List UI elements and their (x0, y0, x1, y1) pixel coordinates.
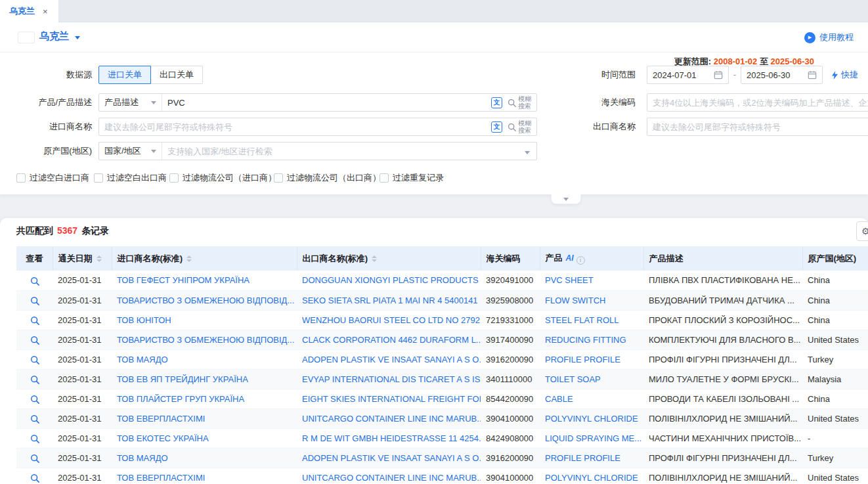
origin-input[interactable] (162, 143, 525, 160)
hs-code-cell: 3920491000 (481, 271, 540, 290)
sort-icon[interactable] (97, 255, 102, 262)
match-count-line: 共匹配到 5367 条记录 (16, 225, 109, 237)
exporter-name-link[interactable]: ADOPEN PLASTIK VE INSAAT SANAYI A S O... (297, 448, 481, 468)
view-record-button[interactable] (16, 330, 53, 349)
product-link[interactable]: PROFILE PROFILE (540, 349, 643, 369)
product-link[interactable]: POLYVINYL CHLORIDE (540, 468, 643, 484)
filter-logistics-importer-checkbox[interactable]: 过滤物流公司（进口商） (169, 172, 276, 184)
filter-blank-importer-checkbox[interactable]: 过滤空白进口商 (16, 172, 89, 184)
product-link[interactable]: POLYVINYL CHLORIDE (540, 408, 643, 428)
fuzzy-search-toggle[interactable]: 模糊搜索 (508, 95, 531, 110)
view-record-button[interactable] (16, 349, 53, 369)
product-link[interactable]: CABLE (540, 389, 643, 408)
checkbox-icon (169, 173, 179, 183)
product-type-select[interactable]: 产品描述 (99, 94, 162, 111)
sort-icon[interactable] (186, 255, 192, 262)
view-record-button[interactable] (16, 389, 53, 408)
view-record-button[interactable] (16, 271, 53, 290)
importer-name-link[interactable]: ТОВ ПЛАЙСТЕР ГРУП УКРАЇНА (112, 389, 297, 408)
exporter-name-link[interactable]: EIGHT SKIES INTERNATIONAL FREIGHT FOR... (297, 389, 481, 408)
export-declarations-button[interactable]: 出口关单 (151, 66, 203, 84)
product-link[interactable]: PROFILE PROFILE (540, 448, 643, 468)
match-prefix: 共匹配到 (16, 225, 53, 237)
exporter-name-link[interactable]: EVYAP INTERNATIONAL DIS TICARET A S IS..… (297, 369, 481, 389)
product-link[interactable]: TOILET SOAP (540, 369, 643, 389)
importer-name-link[interactable]: ТОВАРИСТВО З ОБМЕЖЕНОЮ ВІДПОВІД... (112, 330, 297, 349)
hscode-input[interactable] (647, 93, 868, 112)
exporter-name-link[interactable]: WENZHOU BAORUI STEEL CO LTD NO 2792... (297, 310, 481, 330)
importer-input-icons: 文 模糊搜索 (491, 120, 536, 134)
exporter-name-link[interactable]: SEKO SIETA SRL PIATA 1 MAI NR 4 5400141 … (297, 290, 481, 310)
importer-name-link[interactable]: ТОВ ЮНІТОН (112, 310, 297, 330)
product-description-cell: ВБУДОВАНИЙ ТРИМАЧ ДАТЧИКА ... (643, 290, 802, 310)
importer-name-link[interactable]: ТОВ ГЕФЕСТ УНІПРОМ УКРАЇНА (112, 271, 297, 290)
exporter-name-link[interactable]: ADOPEN PLASTIK VE INSAAT SANAYI A S O... (297, 349, 481, 369)
importer-name-link[interactable]: ТОВАРИСТВО З ОБМЕЖЕНОЮ ВІДПОВІД... (112, 290, 297, 310)
import-declarations-button[interactable]: 进口关单 (98, 66, 151, 84)
chevron-down-icon[interactable] (525, 145, 530, 157)
importer-name-link[interactable]: ТОВ ЕВЕРПЛАСТХІМІ (112, 408, 297, 428)
quick-select-button[interactable]: 快捷 (831, 66, 858, 84)
origin-type-select[interactable]: 国家/地区 (99, 143, 162, 160)
view-record-button[interactable] (16, 448, 53, 468)
view-record-button[interactable] (16, 408, 53, 428)
table-row: 2025-01-31ТОВ ЕКОТЕС УКРАЇНАR M DE WIT G… (16, 428, 868, 448)
column-clearance-date[interactable]: 通关日期 (53, 246, 112, 271)
update-range-label: 更新范围: (674, 56, 711, 66)
quick-select-label: 快捷 (841, 66, 858, 84)
magnifier-icon (30, 336, 39, 345)
exporter-name-link[interactable]: UNITCARGO CONTAINER LINE INC MARUB... (297, 408, 481, 428)
date-start-value: 2024-07-01 (653, 70, 697, 80)
collapse-filters-button[interactable] (551, 194, 581, 204)
match-count: 5367 (57, 225, 77, 237)
hs-code-cell: 3925908000 (481, 290, 540, 310)
importer-name-link[interactable]: ТОВ ЕВ ЯП ТРЕЙДИНГ УКРАЇНА (112, 369, 297, 389)
origin-type-value: 国家/地区 (104, 145, 141, 157)
chevron-down-icon[interactable] (75, 36, 80, 39)
tab-close-icon[interactable]: × (43, 7, 48, 16)
importer-input[interactable] (99, 118, 491, 135)
exporter-input[interactable] (647, 118, 868, 136)
exporter-name-link[interactable]: CLACK CORPORATION 4462 DURAFORM L... (297, 330, 481, 349)
magnifier-icon (30, 395, 39, 404)
product-link[interactable]: LIQUID SPRAYING ME... (540, 428, 643, 448)
date-start-input[interactable]: 2024-07-01 (647, 66, 729, 84)
product-description-cell: ЧАСТИНИ МЕХАНІЧНИХ ПРИСТОЇВ... (643, 428, 802, 448)
date-end-input[interactable]: 2025-06-30 (741, 66, 823, 84)
tab-ukraine[interactable]: 乌克兰 × (0, 0, 59, 22)
tutorial-link[interactable]: ▶ 使用教程 (804, 32, 854, 43)
exporter-name-link[interactable]: UNITCARGO CONTAINER LINE INC MARUB... (297, 468, 481, 484)
translate-icon[interactable]: 文 (491, 121, 502, 133)
filter-duplicate-records-checkbox[interactable]: 过滤重复记录 (380, 172, 444, 184)
product-link[interactable]: PVC SHEET (540, 271, 643, 290)
column-exporter-name[interactable]: 出口商名称(标准) (297, 246, 481, 271)
column-importer-name[interactable]: 进口商名称(标准) (112, 246, 297, 271)
translate-icon[interactable]: 文 (491, 97, 502, 108)
sort-icon[interactable] (372, 255, 377, 262)
product-link[interactable]: STEEL FLAT ROLL (540, 310, 643, 330)
info-icon[interactable]: i (576, 256, 585, 265)
product-link[interactable]: FLOW SWITCH (540, 290, 643, 310)
importer-name-link[interactable]: ТОВ ЕКОТЕС УКРАЇНА (112, 428, 297, 448)
view-record-button[interactable] (16, 310, 53, 330)
exporter-name-link[interactable]: DONGGUAN XIONGYI PLASTIC PRODUCTS ... (297, 271, 481, 290)
exporter-name-link[interactable]: R M DE WIT GMBH HEIDESTRASSE 11 4254... (297, 428, 481, 448)
view-record-button[interactable] (16, 290, 53, 310)
country-selector[interactable]: 乌克兰 (39, 30, 69, 43)
table-settings-button[interactable]: ⚙ (856, 221, 868, 241)
filter-panel: 更新范围: 2008-01-02 至 2025-06-30 数据源 进口关单 出… (0, 53, 868, 194)
product-search-input[interactable] (162, 94, 491, 111)
importer-name-link[interactable]: ТОВ МАЯДО (112, 349, 297, 369)
filter-logistics-exporter-checkbox[interactable]: 过滤物流公司（出口商） (274, 172, 381, 184)
view-record-button[interactable] (16, 428, 53, 448)
importer-name-link[interactable]: ТОВ МАЯДО (112, 448, 297, 468)
chevron-down-icon (151, 150, 156, 153)
magnifier-icon (30, 434, 39, 443)
table-row: 2025-01-31ТОВ ЕВЕРПЛАСТХІМІUNITCARGO CON… (16, 468, 868, 484)
fuzzy-search-toggle[interactable]: 模糊搜索 (508, 120, 531, 134)
importer-name-link[interactable]: ТОВ ЕВЕРПЛАСТХІМІ (112, 468, 297, 484)
product-link[interactable]: REDUCING FITTING (540, 330, 643, 349)
view-record-button[interactable] (16, 369, 53, 389)
filter-blank-exporter-checkbox[interactable]: 过滤空白出口商 (94, 172, 167, 184)
view-record-button[interactable] (16, 468, 53, 484)
